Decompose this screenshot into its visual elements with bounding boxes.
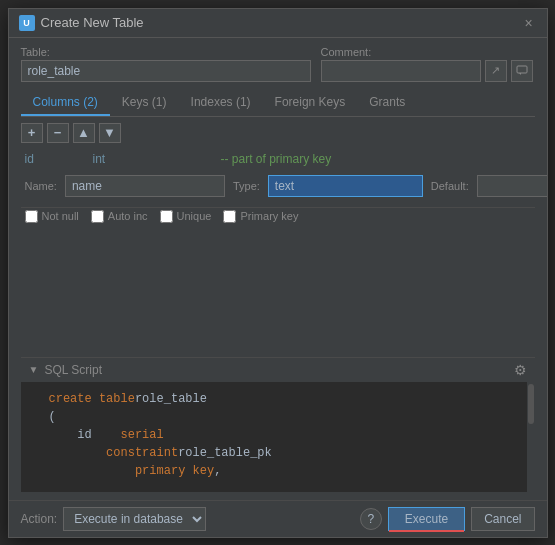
- sql-settings-btn[interactable]: ⚙: [514, 362, 527, 378]
- name-input[interactable]: [65, 175, 225, 197]
- sql-header: ▼ SQL Script ⚙: [21, 358, 535, 382]
- comment-label: Comment:: [321, 46, 533, 58]
- tab-foreign-keys[interactable]: Foreign Keys: [263, 90, 358, 116]
- move-up-btn[interactable]: ▲: [73, 123, 95, 143]
- sql-code: create table role_table ( id serial cons…: [21, 382, 535, 492]
- table-name-input[interactable]: [21, 60, 311, 82]
- footer-buttons: ? Execute Cancel: [360, 507, 535, 531]
- add-column-btn[interactable]: +: [21, 123, 43, 143]
- not-null-label[interactable]: Not null: [42, 210, 79, 222]
- type-label: Type:: [233, 180, 260, 192]
- db-icon-text: U: [23, 18, 30, 28]
- unique-checkbox[interactable]: [160, 210, 173, 223]
- help-button[interactable]: ?: [360, 508, 382, 530]
- empty-area: [21, 225, 535, 357]
- sql-line-3: id serial: [33, 426, 523, 444]
- not-null-checkbox[interactable]: [25, 210, 38, 223]
- comment-chat-btn[interactable]: [511, 60, 533, 82]
- table-label: Table:: [21, 46, 311, 58]
- form-row: Table: Comment: ↗: [21, 46, 535, 82]
- auto-inc-checkbox[interactable]: [91, 210, 104, 223]
- auto-inc-label[interactable]: Auto inc: [108, 210, 148, 222]
- sql-line-2: (: [33, 408, 523, 426]
- action-row: Action: Execute in database Generate scr…: [21, 507, 207, 531]
- name-label: Name:: [25, 180, 57, 192]
- footer: Action: Execute in database Generate scr…: [9, 500, 547, 537]
- sql-scrollbar-thumb: [528, 384, 534, 424]
- tabs: Columns (2) Keys (1) Indexes (1) Foreign…: [21, 90, 535, 117]
- close-button[interactable]: ×: [521, 15, 537, 31]
- action-label: Action:: [21, 512, 58, 526]
- table-field-group: Table:: [21, 46, 311, 82]
- tab-indexes[interactable]: Indexes (1): [179, 90, 263, 116]
- sql-line-4: constraint role_table_pk: [33, 444, 523, 462]
- sql-toggle-btn[interactable]: ▼: [29, 364, 39, 375]
- editor-name-row: Name: Type: Default:: [25, 175, 531, 197]
- comment-field-group: Comment: ↗: [321, 46, 533, 82]
- cancel-button[interactable]: Cancel: [471, 507, 534, 531]
- move-down-btn[interactable]: ▼: [99, 123, 121, 143]
- type-input[interactable]: [268, 175, 423, 197]
- auto-inc-group: Auto inc: [91, 210, 148, 223]
- action-select[interactable]: Execute in database Generate script Prev…: [63, 507, 206, 531]
- tab-grants[interactable]: Grants: [357, 90, 417, 116]
- tab-keys[interactable]: Keys (1): [110, 90, 179, 116]
- sql-section: ▼ SQL Script ⚙ create table role_table (…: [21, 357, 535, 492]
- comment-expand-btn[interactable]: ↗: [485, 60, 507, 82]
- primary-key-group: Primary key: [223, 210, 298, 223]
- comment-input[interactable]: [321, 60, 481, 82]
- tab-columns[interactable]: Columns (2): [21, 90, 110, 116]
- execute-button[interactable]: Execute: [388, 507, 465, 531]
- create-table-dialog: U Create New Table × Table: Comment: ↗: [8, 8, 548, 538]
- unique-label[interactable]: Unique: [177, 210, 212, 222]
- column-row-id: id int -- part of primary key: [21, 149, 535, 169]
- sql-line-5: primary key,: [33, 462, 523, 480]
- unique-group: Unique: [160, 210, 212, 223]
- primary-key-checkbox[interactable]: [223, 210, 236, 223]
- columns-toolbar: + − ▲ ▼: [21, 123, 535, 143]
- col-id-type: int: [93, 152, 213, 166]
- primary-key-label[interactable]: Primary key: [240, 210, 298, 222]
- default-label: Default:: [431, 180, 469, 192]
- dialog-body: Table: Comment: ↗: [9, 38, 547, 500]
- title-bar-left: U Create New Table: [19, 15, 144, 31]
- svg-rect-0: [517, 66, 527, 73]
- sql-line-1: create table role_table: [33, 390, 523, 408]
- sql-scrollbar[interactable]: [527, 382, 535, 492]
- col-id-name: id: [25, 152, 85, 166]
- comment-row: ↗: [321, 60, 533, 82]
- not-null-group: Not null: [25, 210, 79, 223]
- dialog-title: Create New Table: [41, 15, 144, 30]
- default-input[interactable]: [477, 175, 547, 197]
- sql-header-left: ▼ SQL Script: [29, 363, 102, 377]
- sql-title: SQL Script: [44, 363, 102, 377]
- remove-column-btn[interactable]: −: [47, 123, 69, 143]
- db-icon: U: [19, 15, 35, 31]
- column-editor: Name: Type: Default:: [21, 169, 535, 208]
- checkboxes-row: Not null Auto inc Unique Primary key: [21, 208, 535, 225]
- title-bar: U Create New Table ×: [9, 9, 547, 38]
- col-id-comment: -- part of primary key: [221, 152, 332, 166]
